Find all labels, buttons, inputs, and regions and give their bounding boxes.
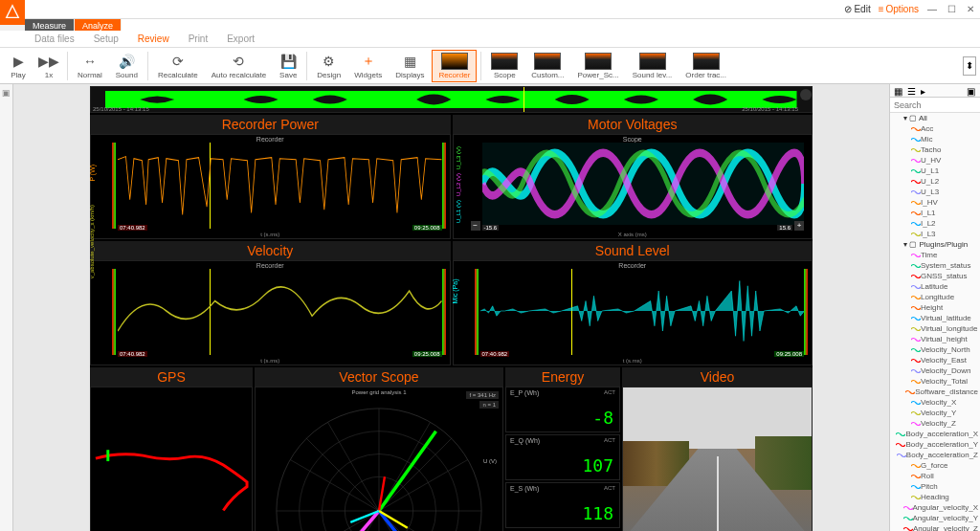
tree-item[interactable]: Angular_velocity_Y [890,513,980,523]
menu-tab-data-files[interactable]: Data files [25,33,84,47]
tree-item[interactable]: G_force [890,460,980,471]
tree-item[interactable]: I_L2 [890,218,980,229]
tree-item[interactable]: Virtual_longitude [890,323,980,334]
channel-panel: ▦ ☰ ▸ ▣ ▾ ▢ AllAccMicTachoU_HVU_L1U_L2U_… [889,84,980,531]
menu-tab-review[interactable]: Review [128,33,179,47]
tree-item[interactable]: Velocity_Down [890,365,980,376]
toolbar: ▶Play ▶▶1x ↔Normal 🔊Sound ⟳Recalculate ⟲… [0,48,980,84]
tree-item[interactable]: Velocity_Total [890,376,980,387]
panel-gps: GPS 200 m [90,367,253,531]
vcursor-icon[interactable]: ⬍ [963,56,976,76]
maximize-button[interactable]: ☐ [946,4,957,15]
chart-sound-level[interactable]: Recorder Mic (Pa) t (s.ms) 07:40.982 09:… [453,260,813,365]
tree-item[interactable]: I_L3 [890,229,980,239]
tree-item[interactable]: Latitude [890,281,980,292]
tab-analyze[interactable]: Analyze [75,19,122,31]
collapse-icon[interactable]: ▣ [967,86,976,96]
display-thumb[interactable]: Power_Sc... [572,51,625,81]
tree-item[interactable]: I_HV [890,197,980,208]
tree-item[interactable]: U_L1 [890,166,980,176]
tree-item[interactable]: Velocity_North [890,344,980,355]
energy-item[interactable]: E_S (Wh)ACT118 [505,482,620,528]
tree-item[interactable]: Velocity_X [890,397,980,408]
tree-item[interactable]: Virtual_latitude [890,313,980,323]
options-link[interactable]: ≡ Options [879,4,919,14]
tree-item[interactable]: Velocity_Y [890,408,980,418]
tree-item[interactable]: U_L2 [890,176,980,187]
tab-measure[interactable]: Measure [25,19,75,31]
widgets-button[interactable]: ＋Widgets [348,51,388,81]
clock-icon[interactable] [800,89,812,100]
recorder-button[interactable]: Recorder [432,50,477,82]
tree-item[interactable]: Body_acceleration_Y [890,439,980,450]
tree-item[interactable]: Height [890,302,980,313]
app-logo[interactable] [0,0,25,25]
pointer-icon[interactable]: ▸ [921,86,930,96]
menu-tab-setup[interactable]: Setup [84,33,128,47]
video-frame[interactable] [622,387,813,531]
tree-item[interactable]: Mic [890,134,980,144]
menu-tab-export[interactable]: Export [217,33,264,47]
tree-item[interactable]: U_HV [890,155,980,166]
overview-timeline[interactable]: 25/10/2015 - 14:13:15 25/10/2015 - 14:13… [90,86,813,113]
tree-item[interactable]: Heading [890,492,980,502]
zoom-in-icon[interactable]: − [471,221,480,231]
recalc-button[interactable]: ⟳Recalculate [152,51,204,81]
tree-item[interactable]: I_L1 [890,208,980,218]
menu-tab-print[interactable]: Print [179,33,218,47]
tree-item[interactable]: Software_distance [890,387,980,397]
zoom-out-icon[interactable]: + [794,221,804,231]
display-thumb[interactable]: Sound lev... [627,51,679,81]
chart-motor-voltages[interactable]: Scope U_L3 (V) U_L [453,134,813,239]
tree-item[interactable]: Angular_velocity_Z [890,523,980,531]
tree-item[interactable]: U_L3 [890,187,980,197]
left-rail-toggle[interactable]: ▣ [2,88,11,98]
autorecalc-button[interactable]: ⟲Auto recalculate [206,51,272,81]
panel-video: Video [622,367,813,531]
panel-velocity: Velocity Recorder v_absolute_velocity_x … [90,241,451,365]
play-button[interactable]: ▶Play [4,51,33,81]
tree-item[interactable]: Tacho [890,144,980,155]
panel-motor-voltages: Motor Voltages Scope [453,115,813,239]
tree-item[interactable]: Pitch [890,481,980,492]
close-button[interactable]: ✕ [965,4,976,15]
grid-icon[interactable]: ▦ [894,86,903,96]
save-button[interactable]: 💾Save [274,51,302,81]
display-thumb[interactable]: Scope [485,51,523,81]
tree-item[interactable]: Angular_velocity_X [890,502,980,513]
title-bar: ⊘ Edit ≡ Options — ☐ ✕ [0,0,980,19]
chart-velocity[interactable]: Recorder v_absolute_velocity_x (km/h) t … [90,260,451,365]
tree-item[interactable]: Roll [890,471,980,481]
display-thumb[interactable]: Custom... [525,51,569,81]
panel-sound-level: Sound Level Recorder Mic (Pa) t (s.ms) 0… [453,241,813,365]
tree-item[interactable]: Velocity_East [890,355,980,365]
minimize-button[interactable]: — [926,4,938,15]
chart-recorder-power[interactable]: Recorder P (W) t (s.ms) 07:40.982 09:25.… [90,134,451,239]
sound-button[interactable]: 🔊Sound [110,51,144,81]
tree-item[interactable]: Body_acceleration_Z [890,450,980,460]
energy-item[interactable]: E_P (Wh)ACT-8 [505,387,620,432]
tree-item[interactable]: GNSS_status [890,271,980,281]
dashboard-canvas: 25/10/2015 - 14:13:15 25/10/2015 - 14:13… [13,84,889,531]
speed-button[interactable]: ▶▶1x [34,51,63,81]
tree-group[interactable]: ▾ ▢ All [890,113,980,123]
energy-item[interactable]: E_Q (Wh)ACT107 [505,434,620,480]
channel-tree[interactable]: ▾ ▢ AllAccMicTachoU_HVU_L1U_L2U_L3I_HVI_… [890,113,980,531]
normal-button[interactable]: ↔Normal [72,51,108,81]
tree-item[interactable]: Longitude [890,292,980,302]
design-button[interactable]: ⚙Design [311,51,346,81]
search-input[interactable] [890,98,980,113]
tree-item[interactable]: Virtual_height [890,334,980,344]
tree-item[interactable]: Time [890,250,980,260]
tree-item[interactable]: Acc [890,123,980,134]
vector-scope[interactable]: Power grid analysis 1 f = 341 Hz n = 1 [255,387,503,531]
tree-item[interactable]: Body_acceleration_X [890,429,980,439]
display-thumb[interactable]: Order trac... [679,51,732,81]
gps-map[interactable]: 200 m [90,387,253,531]
tree-group[interactable]: ▾ ▢ Plugins/Plugin [890,239,980,250]
tree-item[interactable]: Velocity_Z [890,418,980,429]
edit-link[interactable]: ⊘ Edit [844,4,870,14]
displays-button[interactable]: ▦Displays [390,51,430,81]
tree-item[interactable]: System_status [890,260,980,271]
list-icon[interactable]: ☰ [907,86,917,96]
